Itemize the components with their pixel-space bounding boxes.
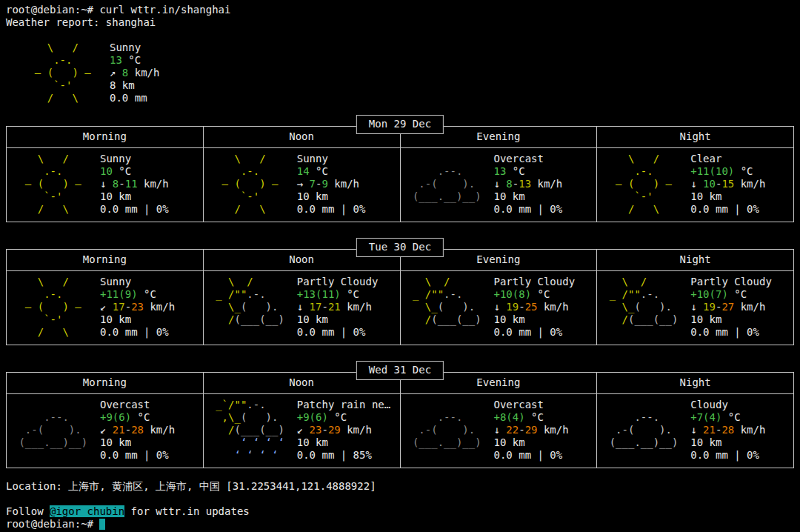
report-title: Weather report: shanghai xyxy=(6,16,794,29)
table-body-row: \ / .-. ― ( ) ― `-' / \Sunny+11(9) °C↙ 1… xyxy=(7,271,793,345)
forecast-table: MorningNoonEveningNight \ / .-. ― ( ) ― … xyxy=(6,249,794,345)
art-line xyxy=(603,399,684,411)
temperature-value: 13 °C xyxy=(110,54,159,67)
precipitation-value: 0.0 mm | 0% xyxy=(100,203,169,216)
condition-text: Sunny xyxy=(110,41,159,54)
follow-suffix: for wttr.in updates xyxy=(124,505,250,517)
forecast-day-3: Wed 31 DecMorningNoonEveningNight .--. .… xyxy=(6,372,794,468)
sunny-ascii-art: \ / .-. ― ( ) ― `-' / \ xyxy=(13,276,94,339)
art-line: _`/"".-. xyxy=(210,399,291,411)
art-line: \ / xyxy=(407,276,488,288)
art-line: \ / xyxy=(13,276,94,288)
column-header-morning: Morning xyxy=(7,127,203,147)
weather-info: Cloudy+7(4) °C↓ 21-28 km/h10 km0.0 mm | … xyxy=(690,399,765,462)
wind-value: ↙ 23-29 km/h xyxy=(297,424,390,436)
forecast-cell-noon: _`/"".-. ,\_( ). /(___(__) ‘ ‘ ‘ ‘ ‘ ‘ ‘… xyxy=(203,394,400,468)
weather-info: Partly Cloudy+10(8) °C↓ 19-25 km/h10 km0… xyxy=(493,276,575,339)
art-line: /(___(__) xyxy=(407,313,488,326)
table-body-row: \ / .-. ― ( ) ― `-' / \Sunny10 °C↓ 8-11 … xyxy=(7,148,793,222)
art-line: \_( ). xyxy=(407,301,488,313)
art-line: ― ( ) ― xyxy=(603,178,684,190)
art-line: (___.__)__) xyxy=(603,436,684,449)
art-line: / \ xyxy=(603,203,684,216)
art-line: .-. xyxy=(13,165,94,178)
art-line: .-. xyxy=(603,165,684,178)
date-box: Mon 29 Dec xyxy=(356,115,444,134)
visibility-value: 10 km xyxy=(100,190,169,203)
forecast-cell-noon: \ / .-. ― ( ) ― `-' / \Sunny14 °C→ 7-9 k… xyxy=(203,148,400,222)
weather-info: Partly Cloudy+10(7) °C↓ 19-27 km/h10 km0… xyxy=(690,276,772,339)
weather-info: Overcast13 °C↓ 8-13 km/h10 km0.0 mm | 0% xyxy=(493,153,562,216)
art-line: `-' xyxy=(210,190,291,203)
weather-info: Clear+11(10) °C↓ 10-15 km/h10 km0.0 mm |… xyxy=(690,153,765,216)
visibility-value: 10 km xyxy=(493,436,568,449)
precipitation-value: 0.0 mm | 0% xyxy=(100,326,175,339)
wind-value: ↓ 10-15 km/h xyxy=(690,178,765,190)
forecast-cell-night: \ / .-. ― ( ) ― `-' / \Clear+11(10) °C↓ … xyxy=(596,148,793,222)
art-line: \ / xyxy=(13,153,94,165)
art-line: `-' xyxy=(22,79,104,92)
partly-ascii-art: \ / _ /"".-. \_( ). /(___(__) xyxy=(603,276,684,339)
forecast-cell-morning: .--. .-( ). (___.__)__)Overcast+9(6) °C↙… xyxy=(7,394,203,468)
art-line xyxy=(210,326,291,339)
art-line: /(___(__) xyxy=(210,313,291,326)
art-line: .--. xyxy=(603,411,684,424)
art-line: ― ( ) ― xyxy=(22,67,104,79)
art-line: ‘ ‘ ‘ ‘ xyxy=(210,436,291,449)
rain-ascii-art: _`/"".-. ,\_( ). /(___(__) ‘ ‘ ‘ ‘ ‘ ‘ ‘… xyxy=(210,399,291,462)
visibility-value: 10 km xyxy=(690,190,765,203)
terminal-cursor[interactable] xyxy=(99,519,105,530)
art-line: .-. xyxy=(22,54,104,67)
art-line xyxy=(407,203,488,216)
art-line: / \ xyxy=(13,203,94,216)
condition-text: Sunny xyxy=(100,153,169,165)
weather-info: Sunny14 °C→ 7-9 km/h10 km0.0 mm | 0% xyxy=(297,153,366,216)
art-line xyxy=(407,449,488,462)
twitter-handle: @igor_chubin xyxy=(50,505,124,517)
cloudy-ascii-art: .--. .-( ). (___.__)__) xyxy=(603,399,684,462)
art-line: _ /"".-. xyxy=(407,288,488,301)
command-text: curl wttr.in/shanghai xyxy=(99,4,230,16)
art-line: `-' xyxy=(603,190,684,203)
partly-ascii-art: \ / _ /"".-. \_( ). /(___(__) xyxy=(407,276,488,339)
date-box: Wed 31 Dec xyxy=(356,361,444,380)
art-line: ― ( ) ― xyxy=(13,178,94,190)
table-body-row: .--. .-( ). (___.__)__)Overcast+9(6) °C↙… xyxy=(7,394,793,468)
art-line: _ /"".-. xyxy=(210,288,291,301)
weather-info: Overcast+8(4) °C↓ 22-29 km/h10 km0.0 mm … xyxy=(493,399,568,462)
shell-prompt-2: root@debian:~# xyxy=(6,518,99,530)
precipitation-value: 0.0 mm | 0% xyxy=(493,203,562,216)
art-line xyxy=(13,449,94,462)
condition-text: Overcast xyxy=(493,153,562,165)
forecast-day-2: Tue 30 DecMorningNoonEveningNight \ / .-… xyxy=(6,249,794,345)
art-line: `-' xyxy=(13,313,94,326)
weather-info: Sunny13 °C↗ 8 km/h8 km0.0 mm xyxy=(110,41,159,104)
art-line: \ / xyxy=(603,153,684,165)
temperature-value: 14 °C xyxy=(297,165,366,178)
visibility-value: 10 km xyxy=(297,436,390,449)
weather-info: Sunny10 °C↓ 8-11 km/h10 km0.0 mm | 0% xyxy=(100,153,169,216)
column-header-night: Night xyxy=(596,250,793,270)
temperature-value: +11(9) °C xyxy=(100,288,175,301)
wind-value: ↓ 19-27 km/h xyxy=(690,301,772,313)
art-line: .-( ). xyxy=(603,424,684,436)
forecast-table: MorningNoonEveningNight .--. .-( ). (___… xyxy=(6,372,794,468)
temperature-value: +13(11) °C xyxy=(297,288,379,301)
visibility-value: 10 km xyxy=(690,313,772,326)
art-line: ‘ ‘ ‘ ‘ xyxy=(210,449,291,462)
art-line: (___.__)__) xyxy=(407,436,488,449)
visibility-value: 10 km xyxy=(690,436,765,449)
precipitation-value: 0.0 mm | 0% xyxy=(690,203,765,216)
wind-value: ↓ 21-28 km/h xyxy=(690,424,765,436)
temperature-value: +9(6) °C xyxy=(100,411,175,424)
precipitation-value: 0.0 mm | 0% xyxy=(297,326,379,339)
condition-text: Sunny xyxy=(100,276,175,288)
terminal-window[interactable]: root@debian:~# curl wttr.in/shanghai Wea… xyxy=(0,0,800,532)
command-line: root@debian:~# curl wttr.in/shanghai xyxy=(6,4,794,16)
art-line xyxy=(407,153,488,165)
art-line xyxy=(603,326,684,339)
temperature-value: +11(10) °C xyxy=(690,165,765,178)
art-line: .-( ). xyxy=(407,178,488,190)
condition-text: Patchy rain ne… xyxy=(297,399,390,411)
follow-prefix: Follow xyxy=(6,505,50,517)
